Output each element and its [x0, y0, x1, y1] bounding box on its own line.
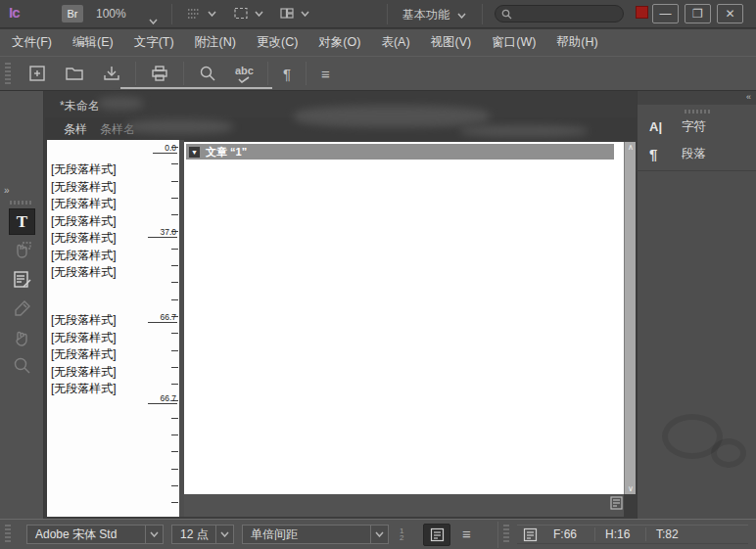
search-box[interactable]	[495, 5, 624, 23]
toolbar-menu-icon[interactable]: ≡	[321, 66, 330, 82]
zoom-level-value[interactable]: 100%	[96, 7, 126, 21]
menu-changes[interactable]: 更改(C)	[257, 34, 298, 51]
info-column-toggle-button[interactable]	[423, 524, 450, 546]
minimize-button[interactable]: —	[652, 4, 679, 23]
application-toolbar: abc ¶ ≡	[0, 56, 756, 91]
chevron-down-icon[interactable]	[370, 526, 388, 543]
chevron-down-icon	[208, 11, 216, 17]
chevron-down-icon[interactable]	[145, 526, 163, 543]
character-panel-icon: A|	[649, 119, 667, 134]
style-row[interactable]: [无段落样式]	[51, 364, 168, 382]
workspace-switcher[interactable]: 基本功能	[402, 7, 466, 23]
search-icon	[501, 9, 512, 20]
font-family-select[interactable]: Adobe 宋体 Std	[26, 525, 164, 544]
view-options-control[interactable]	[186, 7, 216, 20]
bridge-button[interactable]: Br	[62, 5, 83, 23]
statusbar-divider	[497, 522, 498, 548]
lines-count: F:66	[543, 527, 594, 541]
statusbar-grip-handle[interactable]	[503, 525, 509, 544]
style-row[interactable]: [无段落样式]	[51, 248, 168, 265]
menu-window[interactable]: 窗口(W)	[492, 34, 536, 51]
menu-view[interactable]: 视图(V)	[431, 34, 472, 51]
vertical-scrollbar[interactable]: ∧ ∨	[624, 142, 636, 494]
arrange-documents-control[interactable]	[279, 7, 309, 20]
hand-tool-button[interactable]	[12, 328, 32, 348]
red-square-artifact	[636, 6, 648, 19]
new-document-button[interactable]	[27, 65, 47, 82]
font-family-value: Adobe 宋体 Std	[27, 526, 145, 543]
position-tool-button[interactable]	[12, 240, 32, 260]
style-rows-group: [无段落样式] [无段落样式] [无段落样式] [无段落样式] [无段落样式]	[51, 312, 168, 398]
tools-grip-handle[interactable]	[10, 201, 33, 205]
toolbar-divider	[135, 62, 136, 85]
font-size-select[interactable]: 12 点	[171, 525, 234, 544]
close-button[interactable]: ✕	[717, 4, 743, 23]
menu-file[interactable]: 文件(F)	[12, 34, 52, 51]
toolbar-grip-handle[interactable]	[5, 63, 11, 84]
page-indicator-icon[interactable]	[609, 496, 624, 510]
story-editor-area[interactable]: ▼ 文章 “1”	[184, 142, 624, 494]
status-bar: Adobe 宋体 Std 12 点 单倍间距 1 2 ≡ F:66 H:16 T…	[0, 519, 756, 549]
search-input[interactable]	[512, 8, 610, 20]
check-icon	[238, 76, 250, 83]
style-row[interactable]: [无段落样式]	[51, 161, 168, 179]
document-tab[interactable]: *未命名	[60, 98, 100, 114]
style-row[interactable]: [无段落样式]	[51, 196, 168, 213]
eyedropper-tool-button[interactable]	[12, 298, 32, 319]
menu-type[interactable]: 文字(T)	[134, 34, 174, 51]
statusbar-menu-icon[interactable]: ≡	[462, 526, 471, 542]
open-folder-button[interactable]	[65, 65, 84, 82]
chevron-down-icon	[301, 11, 309, 17]
view-options-icon	[186, 7, 202, 20]
style-row[interactable]: [无段落样式]	[51, 179, 168, 197]
spellcheck-button[interactable]: abc	[235, 65, 254, 83]
chevron-down-icon	[255, 11, 263, 17]
paragraph-styles-column: [无段落样式] [无段落样式] [无段落样式] [无段落样式] [无段落样式] …	[47, 140, 179, 517]
style-row[interactable]: [无段落样式]	[51, 264, 168, 282]
panel-dock: « A| 字符 ¶ 段落	[637, 91, 756, 519]
toolbar-divider	[306, 62, 307, 85]
tab-galley[interactable]: 条样	[64, 121, 87, 138]
style-row[interactable]: [无段落样式]	[51, 330, 168, 347]
dock-grip-handle[interactable]	[685, 110, 710, 114]
dock-separator	[637, 170, 756, 171]
collapse-triangle-icon[interactable]: ▼	[189, 147, 200, 158]
save-button[interactable]	[102, 65, 121, 82]
menu-edit[interactable]: 编辑(E)	[72, 34, 114, 51]
depth-ruler-ticks	[171, 147, 178, 511]
zoom-chevron-down-icon[interactable]	[149, 11, 158, 28]
screen-mode-icon	[233, 7, 249, 20]
title-bar: Ic Br 100% 基本功能	[0, 0, 756, 28]
type-tool-button[interactable]: T	[9, 208, 35, 235]
panel-tab-paragraph[interactable]: ¶ 段落	[649, 142, 751, 165]
style-row[interactable]: [无段落样式]	[51, 346, 168, 364]
show-hidden-characters-button[interactable]: ¶	[283, 66, 291, 82]
menu-table[interactable]: 表(A)	[381, 34, 409, 51]
expand-panel-icon[interactable]: »	[4, 185, 8, 196]
menu-notes[interactable]: 附注(N)	[195, 34, 236, 51]
search-button[interactable]	[198, 65, 217, 82]
print-button[interactable]	[150, 65, 169, 82]
menu-object[interactable]: 对象(O)	[318, 34, 360, 51]
menu-help[interactable]: 帮助(H)	[556, 34, 597, 51]
titlebar-divider	[482, 4, 483, 24]
panel-tab-character[interactable]: A| 字符	[649, 114, 751, 138]
leading-select[interactable]: 单倍间距	[242, 525, 389, 544]
leading-value: 单倍间距	[243, 526, 370, 543]
watermark-artifact	[711, 438, 746, 468]
screen-mode-control[interactable]	[233, 7, 263, 20]
smudge-artifact	[460, 125, 588, 137]
tab-highlight-line	[120, 87, 272, 89]
scroll-down-icon[interactable]: ∨	[625, 484, 637, 493]
panel-label: 段落	[682, 146, 706, 162]
scroll-up-icon[interactable]: ∧	[625, 143, 637, 152]
collapse-panels-icon[interactable]: «	[638, 91, 756, 105]
chevron-down-icon[interactable]	[215, 526, 233, 543]
horizontal-scroll-strip	[184, 494, 624, 517]
story-title: 文章 “1”	[206, 145, 247, 160]
zoom-tool-button[interactable]	[12, 355, 32, 376]
note-tool-button[interactable]	[12, 269, 32, 290]
story-header-bar[interactable]: ▼ 文章 “1”	[186, 144, 614, 160]
maximize-button[interactable]: ❐	[685, 4, 711, 23]
statusbar-grip-handle[interactable]	[5, 525, 11, 544]
